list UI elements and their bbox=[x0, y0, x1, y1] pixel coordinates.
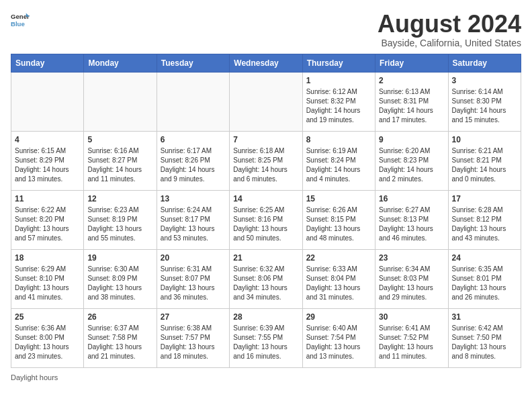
calendar-cell: 9Sunrise: 6:20 AM Sunset: 8:23 PM Daylig… bbox=[375, 131, 448, 190]
day-number: 29 bbox=[306, 312, 371, 323]
column-header-wednesday: Wednesday bbox=[230, 54, 302, 72]
title-block: August 2024 Bayside, California, United … bbox=[378, 11, 521, 48]
day-info: Sunrise: 6:31 AM Sunset: 8:07 PM Dayligh… bbox=[161, 265, 226, 302]
day-number: 12 bbox=[87, 193, 152, 205]
week-row-4: 18Sunrise: 6:29 AM Sunset: 8:10 PM Dayli… bbox=[11, 249, 521, 308]
day-info: Sunrise: 6:26 AM Sunset: 8:15 PM Dayligh… bbox=[306, 205, 371, 243]
day-info: Sunrise: 6:22 AM Sunset: 8:20 PM Dayligh… bbox=[15, 205, 80, 243]
week-row-2: 4Sunrise: 6:15 AM Sunset: 8:29 PM Daylig… bbox=[11, 131, 521, 190]
calendar-cell: 1Sunrise: 6:12 AM Sunset: 8:32 PM Daylig… bbox=[302, 72, 375, 131]
day-number: 19 bbox=[87, 253, 152, 264]
day-number: 7 bbox=[233, 134, 298, 146]
calendar-cell: 5Sunrise: 6:16 AM Sunset: 8:27 PM Daylig… bbox=[84, 131, 157, 190]
calendar-cell: 12Sunrise: 6:23 AM Sunset: 8:19 PM Dayli… bbox=[84, 190, 157, 249]
day-info: Sunrise: 6:16 AM Sunset: 8:27 PM Dayligh… bbox=[87, 146, 152, 184]
week-row-3: 11Sunrise: 6:22 AM Sunset: 8:20 PM Dayli… bbox=[11, 190, 521, 249]
day-info: Sunrise: 6:30 AM Sunset: 8:09 PM Dayligh… bbox=[87, 265, 152, 302]
day-number: 17 bbox=[452, 193, 517, 205]
day-info: Sunrise: 6:29 AM Sunset: 8:10 PM Dayligh… bbox=[15, 265, 80, 302]
calendar-cell: 13Sunrise: 6:24 AM Sunset: 8:17 PM Dayli… bbox=[157, 190, 229, 249]
calendar-cell: 19Sunrise: 6:30 AM Sunset: 8:09 PM Dayli… bbox=[84, 249, 157, 308]
location: Bayside, California, United States bbox=[378, 38, 521, 48]
column-header-friday: Friday bbox=[375, 54, 448, 72]
day-info: Sunrise: 6:39 AM Sunset: 7:55 PM Dayligh… bbox=[233, 324, 298, 361]
day-info: Sunrise: 6:35 AM Sunset: 8:01 PM Dayligh… bbox=[452, 265, 517, 302]
day-number: 2 bbox=[379, 75, 444, 87]
day-info: Sunrise: 6:12 AM Sunset: 8:32 PM Dayligh… bbox=[306, 87, 371, 125]
logo: General Blue bbox=[11, 11, 30, 30]
day-number: 15 bbox=[306, 193, 371, 205]
calendar-cell: 21Sunrise: 6:32 AM Sunset: 8:06 PM Dayli… bbox=[230, 249, 302, 308]
calendar-cell: 31Sunrise: 6:42 AM Sunset: 7:50 PM Dayli… bbox=[448, 308, 521, 367]
calendar-header-row: SundayMondayTuesdayWednesdayThursdayFrid… bbox=[11, 54, 521, 72]
day-number: 11 bbox=[15, 193, 80, 205]
svg-text:Blue: Blue bbox=[11, 20, 25, 28]
day-info: Sunrise: 6:21 AM Sunset: 8:21 PM Dayligh… bbox=[452, 146, 517, 184]
calendar-cell: 29Sunrise: 6:40 AM Sunset: 7:54 PM Dayli… bbox=[302, 308, 375, 367]
calendar-cell: 3Sunrise: 6:14 AM Sunset: 8:30 PM Daylig… bbox=[448, 72, 521, 131]
calendar-cell: 16Sunrise: 6:27 AM Sunset: 8:13 PM Dayli… bbox=[375, 190, 448, 249]
day-number: 8 bbox=[306, 134, 371, 146]
day-info: Sunrise: 6:25 AM Sunset: 8:16 PM Dayligh… bbox=[233, 205, 298, 243]
week-row-1: 1Sunrise: 6:12 AM Sunset: 8:32 PM Daylig… bbox=[11, 72, 521, 131]
calendar-body: 1Sunrise: 6:12 AM Sunset: 8:32 PM Daylig… bbox=[11, 72, 521, 367]
day-number: 30 bbox=[379, 312, 444, 323]
calendar-cell: 2Sunrise: 6:13 AM Sunset: 8:31 PM Daylig… bbox=[375, 72, 448, 131]
day-number: 6 bbox=[161, 134, 226, 146]
day-info: Sunrise: 6:27 AM Sunset: 8:13 PM Dayligh… bbox=[379, 205, 444, 243]
day-info: Sunrise: 6:19 AM Sunset: 8:24 PM Dayligh… bbox=[306, 146, 371, 184]
day-info: Sunrise: 6:42 AM Sunset: 7:50 PM Dayligh… bbox=[452, 324, 517, 361]
day-info: Sunrise: 6:32 AM Sunset: 8:06 PM Dayligh… bbox=[233, 265, 298, 302]
logo-icon: General Blue bbox=[11, 11, 30, 30]
calendar-cell: 14Sunrise: 6:25 AM Sunset: 8:16 PM Dayli… bbox=[230, 190, 302, 249]
column-header-tuesday: Tuesday bbox=[157, 54, 229, 72]
calendar-cell: 15Sunrise: 6:26 AM Sunset: 8:15 PM Dayli… bbox=[302, 190, 375, 249]
calendar-cell: 25Sunrise: 6:36 AM Sunset: 8:00 PM Dayli… bbox=[11, 308, 84, 367]
day-number: 1 bbox=[306, 75, 371, 87]
calendar-cell: 23Sunrise: 6:34 AM Sunset: 8:03 PM Dayli… bbox=[375, 249, 448, 308]
calendar-cell: 8Sunrise: 6:19 AM Sunset: 8:24 PM Daylig… bbox=[302, 131, 375, 190]
calendar-cell: 22Sunrise: 6:33 AM Sunset: 8:04 PM Dayli… bbox=[302, 249, 375, 308]
day-info: Sunrise: 6:40 AM Sunset: 7:54 PM Dayligh… bbox=[306, 324, 371, 361]
day-number: 5 bbox=[87, 134, 152, 146]
calendar-cell bbox=[157, 72, 229, 131]
calendar-cell: 7Sunrise: 6:18 AM Sunset: 8:25 PM Daylig… bbox=[230, 131, 302, 190]
day-info: Sunrise: 6:36 AM Sunset: 8:00 PM Dayligh… bbox=[15, 324, 80, 361]
calendar-cell: 18Sunrise: 6:29 AM Sunset: 8:10 PM Dayli… bbox=[11, 249, 84, 308]
column-header-sunday: Sunday bbox=[11, 54, 84, 72]
calendar-cell bbox=[230, 72, 302, 131]
day-number: 4 bbox=[15, 134, 80, 146]
day-number: 25 bbox=[15, 312, 80, 323]
day-number: 22 bbox=[306, 253, 371, 264]
day-info: Sunrise: 6:41 AM Sunset: 7:52 PM Dayligh… bbox=[379, 324, 444, 361]
calendar-cell: 30Sunrise: 6:41 AM Sunset: 7:52 PM Dayli… bbox=[375, 308, 448, 367]
day-number: 31 bbox=[452, 312, 517, 323]
calendar-cell: 10Sunrise: 6:21 AM Sunset: 8:21 PM Dayli… bbox=[448, 131, 521, 190]
calendar-cell bbox=[84, 72, 157, 131]
day-info: Sunrise: 6:17 AM Sunset: 8:26 PM Dayligh… bbox=[161, 146, 226, 184]
calendar-cell: 17Sunrise: 6:28 AM Sunset: 8:12 PM Dayli… bbox=[448, 190, 521, 249]
calendar-cell: 24Sunrise: 6:35 AM Sunset: 8:01 PM Dayli… bbox=[448, 249, 521, 308]
day-info: Sunrise: 6:28 AM Sunset: 8:12 PM Dayligh… bbox=[452, 205, 517, 243]
day-number: 9 bbox=[379, 134, 444, 146]
day-number: 16 bbox=[379, 193, 444, 205]
day-info: Sunrise: 6:34 AM Sunset: 8:03 PM Dayligh… bbox=[379, 265, 444, 302]
calendar-cell: 27Sunrise: 6:38 AM Sunset: 7:57 PM Dayli… bbox=[157, 308, 229, 367]
day-info: Sunrise: 6:38 AM Sunset: 7:57 PM Dayligh… bbox=[161, 324, 226, 361]
day-number: 13 bbox=[161, 193, 226, 205]
day-info: Sunrise: 6:20 AM Sunset: 8:23 PM Dayligh… bbox=[379, 146, 444, 184]
week-row-5: 25Sunrise: 6:36 AM Sunset: 8:00 PM Dayli… bbox=[11, 308, 521, 367]
calendar-cell bbox=[11, 72, 84, 131]
day-number: 26 bbox=[87, 312, 152, 323]
day-number: 27 bbox=[161, 312, 226, 323]
day-number: 21 bbox=[233, 253, 298, 264]
calendar-cell: 20Sunrise: 6:31 AM Sunset: 8:07 PM Dayli… bbox=[157, 249, 229, 308]
day-number: 3 bbox=[452, 75, 517, 87]
day-info: Sunrise: 6:33 AM Sunset: 8:04 PM Dayligh… bbox=[306, 265, 371, 302]
day-number: 18 bbox=[15, 253, 80, 264]
column-header-thursday: Thursday bbox=[302, 54, 375, 72]
day-info: Sunrise: 6:23 AM Sunset: 8:19 PM Dayligh… bbox=[87, 205, 152, 243]
day-number: 10 bbox=[452, 134, 517, 146]
calendar-cell: 28Sunrise: 6:39 AM Sunset: 7:55 PM Dayli… bbox=[230, 308, 302, 367]
column-header-saturday: Saturday bbox=[448, 54, 521, 72]
